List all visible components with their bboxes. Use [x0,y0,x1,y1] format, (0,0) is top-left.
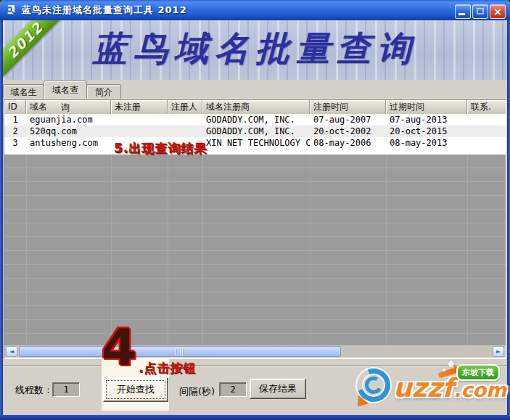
scrollbar-grip-icon [176,349,184,355]
swirl-logo-icon [357,368,395,406]
save-results-button[interactable]: 保存结果 [250,379,306,399]
cell-registrar: GODADDY.COM, INC. [202,125,310,137]
results-table: ID 域名 未注册 注册人 域名注册商 注册时间 过期时间 联系. 1 egua… [4,99,506,359]
cell-id: 3 [4,137,26,149]
table-body: 1 eguanjia.com GODADDY.COM, INC. 07-aug-… [4,114,506,149]
cell-expires: 20-oct-2015 [386,125,467,137]
cell-expires: 07-aug-2013 [386,114,467,125]
cell-registered: 08-may-2006 [310,137,386,149]
cell-registered: 20-oct-2002 [310,125,386,137]
app-icon [6,4,17,16]
minimize-icon [458,13,465,15]
cell-registered: 07-aug-2007 [310,114,386,125]
gridline [168,155,168,345]
scroll-right-button[interactable]: ► [493,346,504,357]
gridline [467,155,468,345]
tab-strip: 域名生成 域名查询 简介 [3,80,507,99]
save-results-label: 保存结果 [259,383,297,394]
banner-title: 蓝鸟域名批量查询 [93,26,418,72]
cell-unregistered [111,114,168,125]
maximize-icon [477,8,484,15]
scroll-right-icon: ► [496,348,501,355]
maximize-button[interactable] [472,4,488,19]
scrollbar-thumb[interactable] [19,346,341,357]
col-header-contact[interactable]: 联系. [467,100,506,114]
title-bar[interactable]: 蓝鸟未注册域名批量查询工具 2012 × [0,0,510,20]
cell-registrar: XIN NET TECHNOLOGY C... [202,137,310,149]
cell-id: 1 [4,114,26,125]
cell-id: 2 [4,125,26,137]
table-row[interactable]: 3 antusheng.com XIN NET TECHNOLOGY C... … [4,137,506,149]
start-search-button[interactable]: 开始查找 [103,377,168,402]
tab-intro[interactable]: 简介 [86,84,121,99]
close-button[interactable]: × [490,4,506,19]
table-empty-area [4,155,506,345]
scroll-left-button[interactable]: ◄ [6,346,17,357]
watermark-name: uzzf [393,373,453,403]
cell-registrant [168,125,202,137]
window-border-bottom [0,415,510,420]
window-title: 蓝鸟未注册域名批量查询工具 2012 [22,0,187,20]
col-header-registrar[interactable]: 域名注册商 [202,100,310,114]
col-header-registrant[interactable]: 注册人 [168,100,202,114]
cell-expires: 08-may-2013 [386,137,467,149]
annotation-step5: 5.出现查询结果 [114,140,207,157]
tab-domain-generate[interactable]: 域名生成 [3,84,44,99]
table-header-row: ID 域名 未注册 注册人 域名注册商 注册时间 过期时间 联系. [4,100,506,114]
col-header-registered[interactable]: 注册时间 [310,100,386,114]
horizontal-scrollbar[interactable]: ◄ ► [4,345,506,358]
gridline [310,155,310,345]
table-row[interactable]: 2 520qq.com GODADDY.COM, INC. 20-oct-200… [4,125,506,137]
gridline [111,155,112,345]
cell-contact [467,114,506,125]
empty-row-band [4,149,506,155]
cell-registrant [168,114,202,125]
annotation-step4: .点击按钮 [139,360,196,376]
interval-label: 间隔(秒) [179,385,215,398]
col-header-expires[interactable]: 过期时间 [386,100,467,114]
gridline [202,155,203,345]
interval-input[interactable] [219,382,247,397]
watermark-tld: .com [453,379,506,401]
thread-count-label: 线程数： [15,384,53,397]
thread-count-input[interactable] [52,382,80,397]
cell-domain: 520qq.com [26,125,111,137]
watermark: uzzf.com 东坡下载 [353,363,506,415]
watermark-badge: 东坡下载 [456,364,500,381]
cell-domain: antusheng.com [26,137,111,149]
window-border-right [507,20,510,420]
banner: 蓝鸟域名批量查询 2012 [3,20,507,80]
focus-rect [106,380,165,399]
col-header-id[interactable]: ID [4,100,26,114]
gridline [26,155,27,345]
cell-registrar: GODADDY.COM, INC. [202,114,310,125]
col-header-unregistered[interactable]: 未注册 [111,100,168,114]
table-row[interactable]: 1 eguanjia.com GODADDY.COM, INC. 07-aug-… [4,114,506,125]
cell-unregistered [111,125,168,137]
app-window: 蓝鸟未注册域名批量查询工具 2012 × 蓝鸟域名批量查询 2012 域名生成 … [0,0,510,420]
close-icon: × [490,5,505,18]
annotation-step4-number: 4 [102,322,137,373]
minimize-button[interactable] [455,4,471,19]
gridline [386,155,387,345]
tab-domain-query[interactable]: 域名查询 [44,81,87,99]
cell-contact [467,137,506,149]
cell-contact [467,125,506,137]
scroll-left-icon: ◄ [9,348,14,355]
year-ribbon: 2012 [3,20,71,80]
